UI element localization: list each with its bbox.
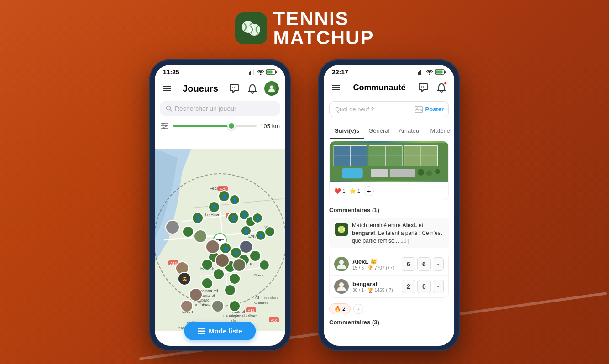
player2-info: bengaraf 30 / 1 · 🏆 1465 (-7) (352, 281, 398, 293)
svg-rect-141 (371, 169, 388, 177)
svg-point-22 (163, 127, 165, 129)
svg-point-121 (429, 74, 430, 75)
player2-score2: 0 (417, 280, 431, 293)
poster-button[interactable]: Poster (425, 106, 444, 113)
header-icons-left (228, 81, 279, 96)
player1-name: AlexL (352, 258, 368, 265)
phone-left-screen: 11:25 Joueurs (155, 65, 285, 346)
user-avatar[interactable] (264, 81, 279, 96)
svg-rect-9 (267, 71, 273, 74)
slider-row: 105 km (155, 120, 285, 134)
svg-rect-140 (342, 168, 362, 179)
svg-point-105 (215, 254, 229, 267)
svg-point-12 (236, 87, 236, 88)
svg-text:👤: 👤 (242, 213, 247, 218)
svg-rect-5 (253, 69, 254, 75)
tab-amateur[interactable]: Amateur (394, 125, 425, 139)
map-container: Fécamp Le Havre Lisieux Évreux Falaise ·… (155, 134, 285, 346)
distance-slider[interactable] (173, 125, 257, 127)
svg-point-97 (250, 250, 261, 261)
svg-text:👤: 👤 (255, 216, 261, 221)
player2-name: bengaraf (352, 281, 378, 287)
add-reaction-button-2[interactable]: + (353, 304, 363, 314)
svg-text:👤: 👤 (195, 216, 201, 221)
svg-rect-128 (415, 106, 422, 113)
player1-score2: 6 (417, 257, 431, 271)
svg-point-111 (212, 300, 224, 312)
time-right: 22:17 (332, 68, 348, 76)
svg-point-14 (270, 86, 273, 89)
svg-point-102 (202, 278, 213, 289)
player1-scores: 6 6 - (402, 257, 444, 271)
fire-count: 2 (342, 306, 346, 312)
svg-point-146 (338, 226, 345, 233)
chat-icon[interactable] (228, 82, 241, 95)
phone-right: 22:17 Communauté (318, 59, 460, 351)
svg-point-112 (229, 301, 240, 312)
player1-avatar (334, 257, 349, 271)
svg-point-75 (183, 226, 194, 237)
page-title-right: Communauté (353, 83, 405, 93)
svg-point-106 (233, 259, 246, 271)
svg-point-88 (166, 220, 179, 234)
heart-reaction[interactable]: ❤️ 1 (334, 188, 346, 194)
svg-text:👤: 👤 (234, 250, 239, 256)
svg-rect-123 (444, 71, 446, 73)
post-actions: Poster (410, 106, 448, 113)
add-reaction-button[interactable]: + (364, 186, 374, 196)
tabs-row: Suivi(e)s Général Amateur Matériel (324, 121, 454, 139)
player1-dash: - (433, 257, 444, 271)
svg-rect-2 (249, 72, 250, 75)
bell-icon[interactable] (246, 82, 259, 95)
tennis-ball-icon (335, 223, 348, 236)
page-title-left: Joueurs (183, 83, 218, 94)
chat-icon-right[interactable] (417, 81, 430, 94)
star-reaction[interactable]: ⭐ 1 (349, 188, 361, 194)
match-time: 10 j (400, 238, 409, 244)
player2-scores: 2 0 - (402, 280, 444, 293)
svg-point-6 (260, 74, 262, 75)
svg-rect-117 (198, 333, 205, 334)
tab-general[interactable]: Général (364, 125, 394, 139)
svg-rect-118 (418, 72, 419, 75)
post-input-row[interactable]: Quoi de neuf ? Poster (329, 101, 449, 117)
svg-point-87 (265, 227, 275, 237)
svg-point-66 (219, 239, 221, 241)
search-bar[interactable]: Rechercher un joueur (160, 101, 280, 116)
phone-left: 11:25 Joueurs (149, 59, 291, 351)
status-bar-right: 22:17 (324, 65, 454, 78)
menu-button-right[interactable] (330, 83, 342, 92)
svg-point-100 (213, 269, 224, 280)
player1-row: AlexL 👑 15 / 5 · 🏆 7707 (+7) 6 6 - (330, 253, 448, 276)
svg-text:Le Havre: Le Havre (205, 213, 222, 217)
svg-rect-3 (250, 71, 251, 75)
svg-text:👤: 👤 (258, 233, 264, 239)
tab-materiel[interactable]: Matériel (426, 125, 454, 139)
player1-stats: 15 / 5 · 🏆 7707 (+7) (352, 265, 398, 270)
bell-icon-right[interactable] (435, 81, 448, 94)
svg-point-127 (425, 86, 425, 87)
header-icons-right (417, 81, 448, 94)
svg-point-10 (232, 87, 233, 88)
match-notification: Match terminé entre AlexL et bengaraf. L… (329, 218, 449, 248)
time-left: 11:25 (163, 68, 179, 76)
phones-container: 11:25 Joueurs (0, 55, 609, 364)
mode-liste-button[interactable]: Mode liste (184, 322, 256, 340)
svg-text:Châteaudun: Châteaudun (255, 296, 278, 300)
svg-line-16 (170, 110, 172, 112)
fire-reaction-btn[interactable]: 🔥 2 (329, 303, 351, 314)
svg-point-144 (426, 170, 432, 176)
feed-image (330, 141, 448, 182)
logo-matchup: MATCHUP (273, 28, 374, 47)
player2-stats: 30 / 1 · 🏆 1465 (-7) (352, 288, 398, 293)
svg-text:👤: 👤 (244, 229, 249, 234)
svg-point-103 (225, 285, 236, 296)
menu-button[interactable] (161, 84, 173, 93)
svg-text:👤: 👤 (212, 205, 217, 210)
svg-rect-116 (198, 330, 205, 332)
notification-badge (444, 82, 447, 85)
player2-avatar (334, 279, 349, 294)
search-placeholder: Rechercher un joueur (175, 105, 236, 112)
tab-suivies[interactable]: Suivi(e)s (330, 125, 364, 139)
svg-point-126 (423, 86, 424, 87)
